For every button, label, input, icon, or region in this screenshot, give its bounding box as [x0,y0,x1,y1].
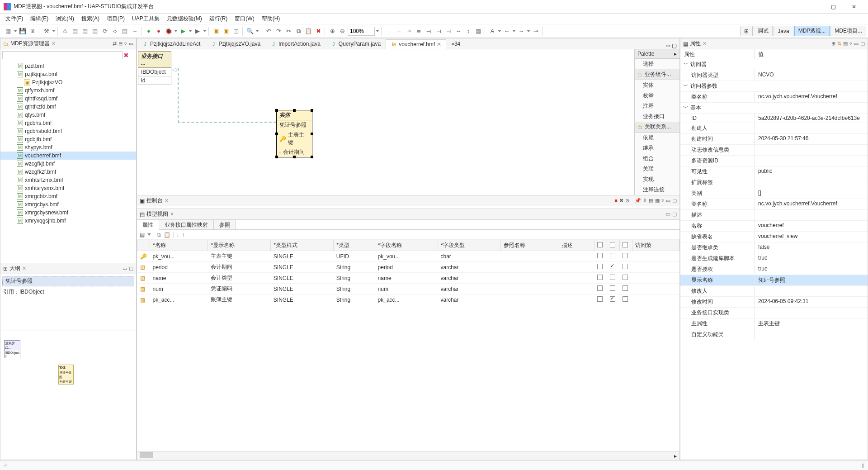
outline-selection[interactable]: 凭证号参照 [2,276,134,286]
editor-max-icon[interactable]: ▢ [672,43,677,49]
open-perspective-button[interactable]: ⊞ [740,26,753,36]
prop-row[interactable]: 是否授权true [680,264,868,275]
prop-value[interactable]: public [755,166,868,177]
checkbox[interactable] [623,253,628,258]
prop-value[interactable]: false [755,242,868,253]
editor-tab-4[interactable]: Mvoucherref.bmf ✕ [386,39,446,49]
menu-0[interactable]: 文件(F) [2,14,27,24]
model-view-min-icon[interactable]: ▭ [666,211,670,217]
editor-tab-0[interactable]: JPzjtkjqjszAddLineAct [137,39,205,49]
editor-tabs-overflow[interactable]: »34 [446,39,465,49]
prop-value[interactable]: 5a202897-d20b-4620-ac3e-214dcfbe613e [755,114,868,123]
mv-up-icon[interactable]: ↑ [182,232,184,238]
save-button[interactable]: 💾 [18,27,27,36]
doc4-icon[interactable]: ▤ [120,27,129,36]
doc1-icon[interactable]: ▤ [71,27,80,36]
prop-value[interactable]: 凭证号参照 [755,275,868,285]
prop-row[interactable]: 业务接口实现类 [680,308,868,318]
model-col[interactable]: *类型样式 [271,240,334,251]
outline-max-icon[interactable]: ▢ [129,266,133,271]
tree-item-7[interactable]: Mrgcbhs.bmf [0,119,136,127]
zoom-out-icon[interactable]: ⊖ [338,27,347,36]
tree-item-19[interactable]: Mxmryxqgsjhb.bmf [0,217,136,225]
expand-all-icon[interactable]: ⇄ [113,41,117,47]
prop-filter-icon[interactable]: ▤ [843,41,848,47]
align2-icon[interactable]: ⫠ [394,27,403,36]
checkbox[interactable] [610,296,615,302]
back-icon[interactable]: ← [502,27,511,36]
align4-icon[interactable]: ⫢ [414,27,423,36]
menu-6[interactable]: 元数据校验(M) [163,14,206,24]
table-row[interactable]: ▧pk_acc...账簿主键SINGLEStringpk_acc...varch… [137,294,679,305]
prop-row[interactable]: 显示名称凭证号参照 [680,275,868,286]
subtab-1[interactable]: 业务接口属性映射 [159,220,214,229]
prop-row[interactable]: 是否生成建库脚本true [680,253,868,264]
paste-icon[interactable]: 📋 [304,27,313,36]
table-row[interactable]: ▧name会计类型SINGLEStringnamevarchar [137,273,679,284]
outline-min-icon[interactable]: ▭ [123,266,127,271]
undo-icon[interactable]: ↶ [264,27,273,36]
model-col[interactable]: *字段名称 [375,240,438,251]
explorer-search-input[interactable] [2,51,123,59]
prop-row[interactable]: 创建人 [680,123,868,134]
outline-close-icon[interactable]: ✕ [22,266,26,271]
editor-min-icon[interactable]: ▭ [665,43,670,49]
editor-tab-2[interactable]: JImportAction.java [265,39,326,49]
diagram-canvas[interactable]: 业务接口 ... IBDObject id ◁ 实体 凭证号参照 🔑主表主键 ▫… [137,49,634,195]
tree-item-15[interactable]: Mxmhtsrysmx.bmf [0,184,136,192]
table-row[interactable]: ▧period会计期间SINGLEStringperiodvarchar [137,262,679,273]
palette-item-1-0[interactable]: 实体 [635,80,679,90]
new-button[interactable]: ▦ [4,27,13,36]
menu-7[interactable]: 运行(R) [206,14,231,24]
model-col[interactable]: *显示名称 [208,240,271,251]
palette-item-2-5[interactable]: 注释连接 [635,185,679,195]
tree-item-11[interactable]: Mvoucherref.bmf [0,152,136,160]
doc2-icon[interactable]: ▤ [80,27,90,36]
tree-item-16[interactable]: Mxmrgcbtz.bmf [0,192,136,200]
prop-value[interactable]: 2024-06-05 09:42:31 [755,297,868,307]
prop-value[interactable]: nc.vo.jych.voucherref.Voucherref [755,199,868,209]
console-dd-icon[interactable]: ▿ [661,198,664,204]
palette-item-2-1[interactable]: 继承 [635,143,679,153]
doc3-icon[interactable]: ▤ [90,27,99,36]
zoom-input[interactable] [348,27,375,36]
checkbox[interactable] [623,296,628,302]
menu-5[interactable]: UAP工具集 [128,14,163,24]
perspective-3[interactable]: MDE项目... [830,26,866,36]
checkbox[interactable] [623,275,628,280]
align1-icon[interactable]: ⫟ [384,27,393,36]
palette-item-1-2[interactable]: 注释 [635,101,679,111]
prop-group-0[interactable]: ﹀ 访问器 [680,59,868,70]
prop-row[interactable]: ID5a202897-d20b-4620-ac3e-214dcfbe613e [680,114,868,123]
maximize-button[interactable]: ▢ [823,0,844,14]
tree-item-17[interactable]: Mxmrgcbys.bmf [0,200,136,209]
prop-value[interactable]: 主表主键 [755,318,868,329]
tab-close-icon[interactable]: ✕ [437,41,441,47]
pkg-icon[interactable]: ▣ [212,27,221,36]
layout-icon[interactable]: ▦ [474,27,483,36]
prop-row[interactable]: 类别[] [680,188,868,199]
prop-group-2[interactable]: ﹀ 基本 [680,103,868,114]
prop-row[interactable]: 类名称nc.vo.jych.voucherref.Voucherref [680,92,868,103]
prop-value[interactable] [755,123,868,133]
minimize-button[interactable]: — [802,0,823,14]
prop-row[interactable]: 访问器类型NCVO [680,70,868,81]
checkbox[interactable] [597,285,603,291]
pin-icon[interactable]: ⊸ [531,27,540,36]
tree-item-1[interactable]: Mpzjtkjqjsz.bmf [0,70,136,78]
align6-icon[interactable]: ⫤ [434,27,443,36]
prop-row[interactable]: 描述 [680,210,868,221]
align7-icon[interactable]: ⫥ [444,27,453,36]
model-col[interactable]: *类型 [334,240,375,251]
checkbox[interactable] [597,275,603,280]
tree-item-0[interactable]: Mpzd.bmf [0,62,136,70]
mv-paste-icon[interactable]: 📋 [164,232,170,238]
prop-value[interactable] [755,210,868,220]
checkbox[interactable] [610,264,615,269]
tree-item-8[interactable]: Mrgcbhsbold.bmf [0,127,136,135]
warn-icon[interactable]: ⚠ [61,27,70,36]
tree-item-10[interactable]: Mshypys.bmf [0,143,136,152]
stop-red-icon[interactable]: ● [154,27,163,36]
prop-value[interactable] [755,156,868,166]
palette-item-0-0[interactable]: 选择 [635,59,679,69]
